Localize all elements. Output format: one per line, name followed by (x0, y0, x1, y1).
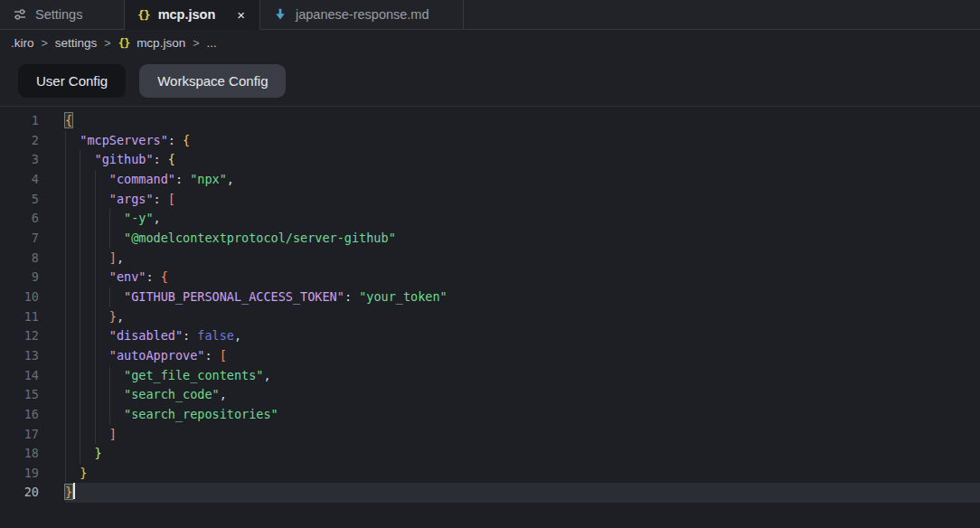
code-text: "args": [ (65, 190, 980, 210)
code-line[interactable]: 2 "mcpServers": { (0, 131, 980, 151)
code-line[interactable]: 18 } (0, 444, 980, 464)
line-number: 18 (0, 444, 39, 464)
breadcrumb-settings[interactable]: settings (55, 36, 98, 50)
chevron-right-icon: > (104, 37, 110, 50)
code-text: { (65, 111, 980, 131)
code-text: }, (65, 307, 980, 327)
line-number: 7 (0, 229, 39, 249)
code-line[interactable]: 16 "search_repositories" (0, 405, 980, 425)
breadcrumb-ellipsis[interactable]: ... (206, 36, 216, 50)
line-number: 15 (0, 385, 39, 405)
line-number: 10 (0, 288, 39, 307)
user-config-button[interactable]: User Config (18, 64, 126, 98)
line-number: 16 (0, 405, 39, 425)
text-cursor (73, 483, 75, 499)
code-text: "autoApprove": [ (65, 346, 980, 366)
code-text: "github": { (65, 150, 980, 170)
code-text: "command": "npx", (65, 170, 980, 190)
code-line[interactable]: 17 ] (0, 425, 980, 445)
code-line[interactable]: 9 "env": { (0, 268, 980, 288)
code-text: "get_file_contents", (65, 366, 980, 386)
code-line[interactable]: 5 "args": [ (0, 190, 980, 210)
tab-bar-filler (464, 0, 980, 30)
code-line[interactable]: 15 "search_code", (0, 385, 980, 405)
code-line[interactable]: 6 "-y", (0, 209, 980, 229)
code-text: "env": { (65, 268, 980, 288)
tab-settings-label: Settings (35, 7, 82, 22)
close-tab-icon[interactable]: × (235, 8, 247, 22)
code-text: "mcpServers": { (65, 131, 980, 151)
line-number: 3 (0, 150, 39, 170)
line-number: 11 (0, 307, 39, 327)
code-line[interactable]: 11 }, (0, 307, 980, 327)
tab-bar: Settings {} mcp.json × japanese-response… (0, 0, 980, 30)
code-text: "disabled": false, (65, 326, 980, 346)
code-line[interactable]: 10 "GITHUB_PERSONAL_ACCESS_TOKEN": "your… (0, 288, 980, 307)
code-line[interactable]: 8 ], (0, 249, 980, 269)
tab-mcp-json[interactable]: {} mcp.json × (125, 0, 260, 30)
line-number: 4 (0, 170, 39, 190)
code-line[interactable]: 20} (0, 483, 980, 503)
breadcrumb: .kiro > settings > {} mcp.json > ... (0, 30, 980, 56)
line-number: 8 (0, 249, 39, 269)
code-line[interactable]: 1{ (0, 111, 980, 131)
line-number: 17 (0, 425, 39, 445)
tab-mcp-json-label: mcp.json (158, 7, 216, 22)
code-line[interactable]: 7 "@modelcontextprotocol/server-github" (0, 229, 980, 249)
tab-settings[interactable]: Settings (0, 0, 125, 30)
tab-japanese-response[interactable]: japanese-response.md (260, 0, 464, 30)
chevron-right-icon: > (193, 37, 199, 50)
line-number: 5 (0, 190, 39, 210)
line-number: 6 (0, 209, 39, 229)
code-line[interactable]: 12 "disabled": false, (0, 326, 980, 346)
code-text: "GITHUB_PERSONAL_ACCESS_TOKEN": "your_to… (65, 288, 980, 307)
json-braces-icon: {} (137, 8, 150, 22)
line-number: 9 (0, 268, 39, 288)
code-text: } (65, 464, 980, 484)
line-number: 20 (0, 483, 39, 503)
code-line[interactable]: 14 "get_file_contents", (0, 366, 980, 386)
code-text: "search_repositories" (65, 405, 980, 425)
code-text: } (65, 444, 980, 464)
code-text: } (65, 483, 980, 503)
markdown-arrow-icon (273, 7, 287, 22)
code-editor[interactable]: 1{2 "mcpServers": {3 "github": {4 "comma… (0, 107, 980, 528)
code-line[interactable]: 4 "command": "npx", (0, 170, 980, 190)
line-number: 14 (0, 366, 39, 386)
line-number: 1 (0, 111, 39, 131)
line-number: 13 (0, 346, 39, 366)
code-line[interactable]: 13 "autoApprove": [ (0, 346, 980, 366)
line-number: 12 (0, 326, 39, 346)
code-text: "search_code", (65, 385, 980, 405)
code-text: ], (65, 249, 980, 269)
json-braces-icon: {} (118, 37, 129, 50)
code-line[interactable]: 3 "github": { (0, 150, 980, 170)
breadcrumb-mcp-json[interactable]: mcp.json (137, 36, 185, 50)
code-text: "@modelcontextprotocol/server-github" (65, 229, 980, 249)
chevron-right-icon: > (42, 37, 48, 50)
line-number: 19 (0, 464, 39, 484)
tab-japanese-response-label: japanese-response.md (296, 7, 429, 22)
code-line[interactable]: 19 } (0, 464, 980, 484)
code-text: ] (65, 425, 980, 445)
code-text: "-y", (65, 209, 980, 229)
line-number: 2 (0, 131, 39, 151)
settings-sliders-icon (13, 7, 27, 22)
workspace-config-button[interactable]: Workspace Config (139, 64, 286, 98)
breadcrumb-kiro[interactable]: .kiro (11, 36, 34, 50)
config-toggle: User Config Workspace Config (0, 56, 980, 107)
